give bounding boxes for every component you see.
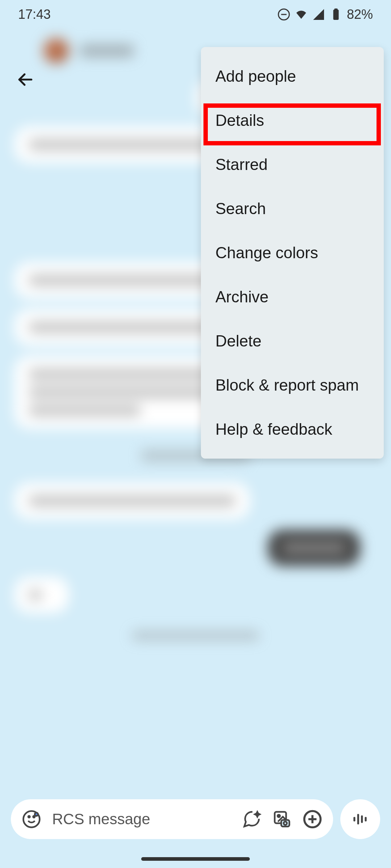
- menu-item-archive[interactable]: Archive: [201, 275, 384, 319]
- voice-wave-icon: [351, 810, 369, 828]
- wifi-icon: [295, 8, 308, 21]
- menu-item-details[interactable]: Details: [201, 98, 384, 142]
- message-bubble: [268, 530, 377, 566]
- nav-indicator[interactable]: [141, 857, 250, 861]
- svg-point-10: [278, 815, 280, 817]
- menu-item-delete[interactable]: Delete: [201, 319, 384, 363]
- message-input-placeholder: RCS message: [52, 810, 231, 828]
- menu-item-add-people[interactable]: Add people: [201, 54, 384, 98]
- message-bubble: [14, 577, 69, 613]
- svg-point-6: [28, 816, 30, 818]
- menu-item-search[interactable]: Search: [201, 187, 384, 231]
- menu-item-help-feedback[interactable]: Help & feedback: [201, 407, 384, 451]
- status-right: 82%: [277, 7, 373, 22]
- input-bar: RCS message: [11, 799, 380, 839]
- status-time: 17:43: [18, 7, 51, 22]
- voice-button[interactable]: [340, 799, 380, 839]
- svg-rect-16: [353, 817, 355, 822]
- menu-item-change-colors[interactable]: Change colors: [201, 231, 384, 275]
- status-bar: 17:43 82%: [0, 0, 391, 29]
- svg-rect-2: [333, 10, 339, 20]
- svg-rect-19: [365, 817, 367, 822]
- overflow-menu: Add people Details Starred Search Change…: [201, 47, 384, 459]
- dnd-icon: [277, 8, 290, 21]
- menu-item-starred[interactable]: Starred: [201, 142, 384, 187]
- message-bubble: [14, 483, 250, 519]
- svg-rect-3: [334, 9, 337, 10]
- emoji-icon[interactable]: [22, 809, 41, 829]
- gallery-icon[interactable]: [272, 809, 292, 829]
- plus-icon[interactable]: [303, 809, 322, 829]
- avatar: [43, 38, 69, 63]
- svg-rect-17: [357, 814, 359, 824]
- svg-point-7: [33, 816, 35, 818]
- menu-item-block-report[interactable]: Block & report spam: [201, 363, 384, 407]
- contact-name-blurred: [80, 44, 134, 57]
- svg-rect-18: [361, 816, 363, 823]
- back-arrow-icon[interactable]: [16, 71, 34, 89]
- date-divider: [132, 631, 259, 640]
- battery-icon: [329, 8, 342, 21]
- message-input-container[interactable]: RCS message: [11, 799, 333, 839]
- magic-reply-icon[interactable]: [242, 809, 261, 829]
- signal-icon: [312, 8, 325, 21]
- svg-point-8: [35, 813, 38, 816]
- battery-percent: 82%: [347, 7, 373, 22]
